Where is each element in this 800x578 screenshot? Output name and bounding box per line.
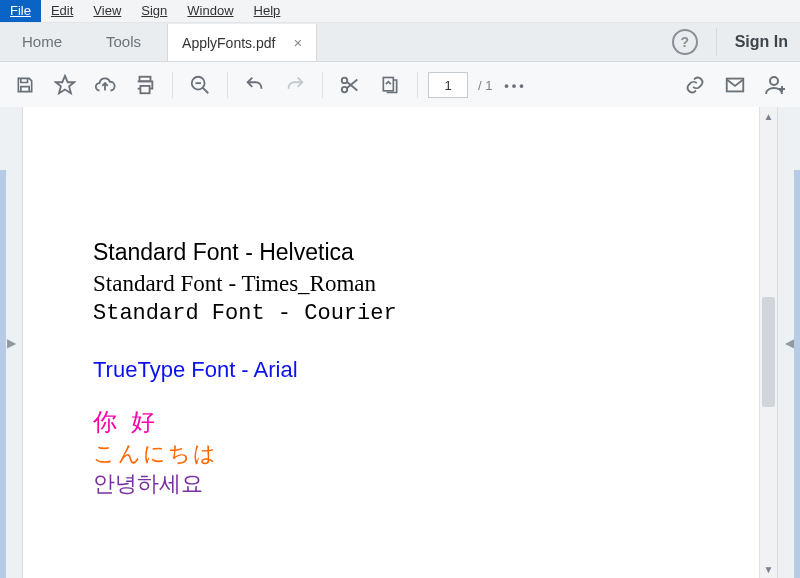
page-total-label: / 1	[478, 78, 492, 93]
chevron-right-icon: ▶	[7, 336, 16, 350]
svg-rect-2	[140, 86, 149, 93]
menu-file[interactable]: File	[0, 0, 41, 22]
text-arial: TrueType Font - Arial	[93, 355, 397, 385]
toolbar: / 1 •••	[0, 62, 800, 109]
menu-help[interactable]: Help	[244, 0, 291, 22]
scroll-up-icon[interactable]: ▲	[760, 107, 777, 125]
text-helvetica: Standard Font - Helvetica	[93, 237, 397, 268]
close-tab-icon[interactable]: ×	[293, 35, 302, 50]
star-icon[interactable]	[48, 68, 82, 102]
pdf-page: Standard Font - Helvetica Standard Font …	[23, 107, 760, 578]
tab-home[interactable]: Home	[0, 23, 84, 61]
menu-bar: File Edit View Sign Window Help	[0, 0, 800, 23]
svg-rect-10	[383, 78, 393, 91]
undo-icon[interactable]	[238, 68, 272, 102]
cloud-upload-icon[interactable]	[88, 68, 122, 102]
document-viewport: ▶ Standard Font - Helvetica Standard Fon…	[0, 107, 800, 578]
zoom-out-icon[interactable]	[183, 68, 217, 102]
document-tab-title: ApplyFonts.pdf	[182, 35, 275, 51]
document-tab[interactable]: ApplyFonts.pdf ×	[167, 24, 317, 61]
add-account-icon[interactable]	[758, 68, 792, 102]
menu-window[interactable]: Window	[177, 0, 243, 22]
text-japanese: こんにちは	[93, 439, 397, 469]
document-scroll-area[interactable]: Standard Font - Helvetica Standard Font …	[23, 107, 777, 578]
save-icon[interactable]	[8, 68, 42, 102]
chevron-left-icon: ◀	[785, 336, 794, 350]
scroll-down-icon[interactable]: ▼	[760, 560, 777, 578]
print-icon[interactable]	[128, 68, 162, 102]
toolbar-separator	[227, 72, 228, 98]
text-times: Standard Font - Times_Roman	[93, 268, 397, 299]
page-number-input[interactable]	[428, 72, 468, 98]
help-icon[interactable]: ?	[672, 29, 698, 55]
toolbar-separator	[172, 72, 173, 98]
more-tools-icon[interactable]: •••	[498, 68, 532, 102]
window-shadow-right	[794, 170, 800, 578]
menu-sign[interactable]: Sign	[131, 0, 177, 22]
svg-point-12	[770, 77, 778, 85]
scrollbar-thumb[interactable]	[762, 297, 775, 407]
window-shadow-left	[0, 170, 6, 578]
text-korean: 안녕하세요	[93, 469, 397, 499]
vertical-scrollbar[interactable]: ▲ ▼	[759, 107, 777, 578]
toolbar-separator	[417, 72, 418, 98]
redo-icon[interactable]	[278, 68, 312, 102]
toolbar-separator	[322, 72, 323, 98]
sign-in-button[interactable]: Sign In	[735, 33, 788, 51]
svg-marker-0	[56, 76, 74, 93]
page-organize-icon[interactable]	[373, 68, 407, 102]
svg-line-4	[203, 88, 209, 94]
tab-tools[interactable]: Tools	[84, 23, 163, 61]
text-courier: Standard Font - Courier	[93, 299, 397, 329]
text-chinese: 你 好	[93, 406, 397, 438]
separator	[716, 28, 717, 56]
email-icon[interactable]	[718, 68, 752, 102]
menu-edit[interactable]: Edit	[41, 0, 83, 22]
menu-view[interactable]: View	[83, 0, 131, 22]
scissors-icon[interactable]	[333, 68, 367, 102]
top-tabs: Home Tools ApplyFonts.pdf × ? Sign In	[0, 23, 800, 62]
link-icon[interactable]	[678, 68, 712, 102]
